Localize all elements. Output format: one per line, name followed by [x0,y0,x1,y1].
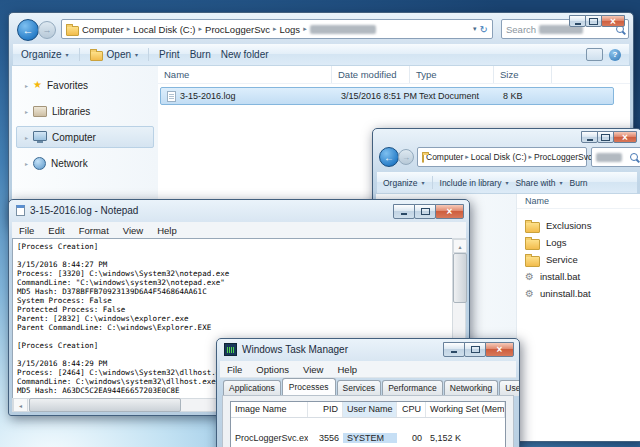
process-user-name: SYSTEM [343,433,397,443]
maximize-button[interactable] [464,342,486,357]
sidebar-item-network[interactable]: Network [16,152,154,174]
expander-icon[interactable] [25,82,28,89]
file-row[interactable]: 3-15-2016.log 3/15/2016 8:51 PM Text Doc… [160,87,614,105]
scroll-left-icon[interactable] [13,398,28,412]
change-view-icon[interactable] [586,48,603,61]
print-label: Print [159,49,180,60]
column-headers: Name Date modified Type Size [158,66,630,84]
minimize-button[interactable] [443,342,465,357]
column-header-user-name[interactable]: User Name [343,402,397,417]
notepad-icon [16,205,25,216]
menu-format[interactable]: Format [72,224,116,237]
back-button[interactable] [17,19,39,41]
burn-button[interactable]: Burn [570,178,588,188]
menu-file[interactable]: File [12,224,41,237]
new-folder-button[interactable]: New folder [221,49,269,60]
organize-button[interactable]: Organize [21,49,69,60]
scroll-up-icon[interactable] [453,239,467,253]
organize-label: Organize [383,178,418,188]
include-in-library-button[interactable]: Include in library [440,178,509,188]
item-label: Service [546,254,578,265]
column-header-pid[interactable]: PID [308,402,343,417]
expander-icon[interactable] [25,134,28,141]
folder-icon [66,26,79,36]
breadcrumb-item[interactable]: ProcLoggerSvc [534,152,592,162]
minimize-button[interactable] [569,15,586,27]
print-button[interactable]: Print [159,49,180,60]
sidebar-item-favorites[interactable]: Favorites [16,74,154,96]
maximize-button[interactable] [597,131,614,143]
explorer-toolbar: Organize Open Print Burn New folder [13,44,629,66]
tab-networking[interactable]: Networking [444,380,499,396]
window-controls [570,15,625,27]
minimize-button[interactable] [393,204,415,219]
breadcrumb-item[interactable]: Local Disk (C:) [133,24,195,35]
chevron-down-icon[interactable] [473,25,477,33]
expander-icon[interactable] [25,108,28,115]
tab-processes[interactable]: Processes [282,378,336,396]
breadcrumb-item[interactable]: Logs [280,24,301,35]
tab-performance[interactable]: Performance [382,380,443,396]
toolbar-separator [432,176,433,189]
file-type: Text Document [413,91,497,101]
menu-view[interactable]: View [296,363,330,376]
maximize-button[interactable] [585,15,602,27]
menu-help[interactable]: Help [150,224,184,237]
column-header-image-name[interactable]: Image Name [231,402,308,417]
file-row-uninstall-bat[interactable]: uninstall.bat [517,285,640,302]
refresh-icon[interactable] [480,24,488,35]
address-bar[interactable]: Computer Local Disk (C:) ProcLoggerSvc L… [61,19,493,39]
sidebar-item-libraries[interactable]: Libraries [16,100,154,122]
close-button[interactable] [435,204,464,219]
process-row[interactable]: ProcLoggerSvc.exe 3556 SYSTEM 00 5,152 K [231,431,505,445]
close-button[interactable] [601,15,625,27]
menu-edit[interactable]: Edit [41,224,71,237]
process-pid: 3556 [308,433,343,443]
folder-row-logs[interactable]: Logs [517,234,640,251]
breadcrumb-item[interactable]: Computer [426,152,463,162]
menu-options[interactable]: Options [249,363,296,376]
tab-users[interactable]: Users [499,380,520,396]
close-button[interactable] [613,131,637,143]
column-label: Name [525,196,549,206]
search-box[interactable] [591,147,640,167]
column-header-name[interactable]: Name [158,66,332,83]
help-icon[interactable] [609,49,621,61]
sidebar-item-computer[interactable]: Computer [16,126,154,148]
expander-icon[interactable] [25,160,28,167]
breadcrumb-separator [199,25,203,33]
folder-row-service[interactable]: Service [517,251,640,268]
share-with-button[interactable]: Share with [515,178,562,188]
column-header-type[interactable]: Type [410,66,494,83]
column-header-cpu[interactable]: CPU [397,402,426,417]
horizontal-scroll-thumb[interactable] [29,398,181,412]
tab-applications[interactable]: Applications [223,380,281,396]
vertical-scroll-thumb[interactable] [453,253,467,303]
organize-button[interactable]: Organize [383,178,425,188]
column-header-date-modified[interactable]: Date modified [332,66,410,83]
breadcrumb-item[interactable]: ProcLoggerSvc [205,24,270,35]
minimize-button[interactable] [581,131,598,143]
forward-button[interactable] [38,21,56,39]
maximize-button[interactable] [414,204,436,219]
breadcrumb-item[interactable]: Computer [82,24,124,35]
process-cpu: 00 [397,433,426,443]
column-header-name[interactable]: Name [517,194,640,209]
task-manager-menubar: File Options View Help [220,361,516,378]
breadcrumb-item[interactable]: Local Disk (C:) [471,152,527,162]
forward-button[interactable] [398,149,414,165]
file-row-install-bat[interactable]: install.bat [517,268,640,285]
breadcrumb-separator [465,153,469,161]
address-bar[interactable]: Computer Local Disk (C:) ProcLoggerSvc [417,147,587,167]
column-header-working-set[interactable]: Working Set (Memory) [426,402,505,417]
open-button[interactable]: Open [90,48,138,61]
menu-view[interactable]: View [116,224,150,237]
folder-row-exclusions[interactable]: Exclusions [517,217,640,234]
tab-services[interactable]: Services [337,380,382,396]
burn-button[interactable]: Burn [190,49,211,60]
menu-help[interactable]: Help [330,363,364,376]
column-header-size[interactable]: Size [494,66,552,83]
close-button[interactable] [485,342,514,357]
back-button[interactable] [379,147,399,167]
menu-file[interactable]: File [220,363,249,376]
